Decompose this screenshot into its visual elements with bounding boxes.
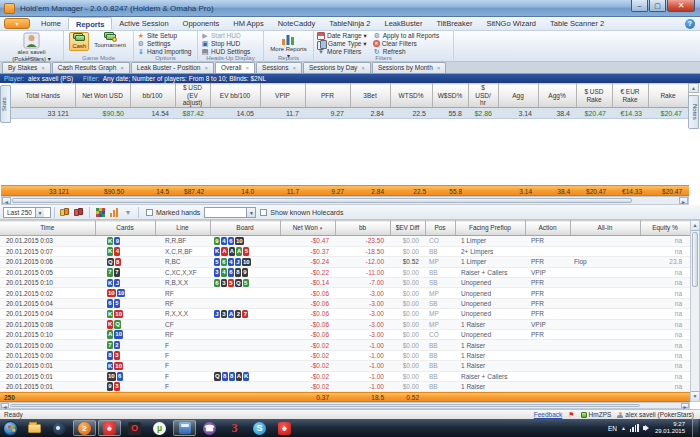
report-tab-cash-results-graph[interactable]: Cash Results Graph×: [52, 62, 130, 73]
scroll-left-icon[interactable]: ◄: [1, 403, 9, 408]
tab-close-icon[interactable]: ×: [204, 63, 208, 73]
hands-col-action[interactable]: Action: [525, 221, 570, 236]
maximize-button[interactable]: ▢: [649, 0, 666, 12]
tray-expand-icon[interactable]: ▲: [621, 425, 626, 431]
pokerstars-icon[interactable]: ♠: [98, 420, 121, 436]
stats-col-usd-hr[interactable]: $ USD/ hr: [468, 84, 498, 108]
stats-col-net-won-usd[interactable]: Net Won USD: [75, 84, 130, 108]
taskbar-clock[interactable]: 9:27 29.01.2015: [655, 421, 685, 435]
feedback-link[interactable]: Feedback: [534, 411, 563, 418]
stop-hud-button[interactable]: ▣Stop HUD: [201, 40, 250, 48]
scroll-down-icon[interactable]: ▼: [691, 391, 699, 401]
marked-hands-select[interactable]: ▼: [204, 207, 256, 218]
network-icon[interactable]: [630, 424, 639, 432]
game-type-button[interactable]: Game Type ▾: [317, 40, 367, 48]
hands-col-cards[interactable]: Cards: [95, 221, 155, 236]
ribbon-tab-tableninja-2[interactable]: TableNinja 2: [322, 17, 377, 30]
hands-col-all-in[interactable]: All-In: [570, 221, 640, 236]
hand-row[interactable]: 20.01.2015 0:0072F-$0.02-1.00$0.00BB1 Ra…: [0, 340, 690, 350]
hand-import-icon[interactable]: [173, 420, 196, 436]
flag-icon[interactable]: ⚑: [568, 411, 574, 419]
tournament-button[interactable]: Tournament: [92, 32, 128, 49]
hands-col-line[interactable]: Line: [155, 221, 210, 236]
scroll-right-icon[interactable]: ►: [679, 197, 688, 204]
report-tab-overall[interactable]: Overall×: [215, 62, 255, 73]
hands-horizontal-scrollbar[interactable]: ◄ ►: [0, 402, 690, 409]
apply-all-reports-button[interactable]: ⚙Apply to all Reports: [373, 32, 439, 40]
hand-row[interactable]: 20.01.2015 0:08KQCF-$0.06-3.00$0.00MP1 R…: [0, 319, 690, 329]
funnel-icon[interactable]: ▼: [122, 207, 134, 218]
scroll-left-icon[interactable]: ◄: [2, 197, 11, 204]
hands-col-bb[interactable]: bb: [335, 221, 390, 236]
settings-button[interactable]: ⚙Settings: [137, 40, 191, 48]
notes-side-tab[interactable]: Notes: [688, 95, 699, 129]
title-bar[interactable]: Hold'em Manager - 2.0.0.8247 (Holdem & O…: [0, 0, 700, 17]
hand-row[interactable]: 20.01.2015 0:04K10R,X,X,XJ3A27-$0.06-3.0…: [0, 309, 690, 319]
hand-row[interactable]: 20.01.2015 0:0193F-$0.02-1.00$0.00BB1 Ra…: [0, 381, 690, 391]
report-tab-by-stakes[interactable]: By Stakes×: [2, 62, 51, 73]
stats-col-pfr[interactable]: PFR: [305, 84, 350, 108]
ribbon-tab-reports[interactable]: Reports: [68, 17, 112, 30]
hands-col-pos[interactable]: Pos: [425, 221, 455, 236]
hands-col-ev-diff[interactable]: $EV Diff: [390, 221, 425, 236]
hand-row[interactable]: 20.01.2015 0:0577C,XC,X,XF34689-$0.22-11…: [0, 267, 690, 277]
marked-hands-checkbox[interactable]: [146, 209, 153, 216]
clear-filters-button[interactable]: ✕Clear Filters: [373, 40, 439, 48]
steam-icon[interactable]: [48, 420, 71, 436]
cash-button[interactable]: Cash: [69, 32, 89, 51]
hands-vertical-scrollbar[interactable]: ▲ ▼: [690, 220, 700, 402]
report-tab-sessions-by-month[interactable]: Sessions by Month×: [372, 62, 446, 73]
holecards-red-icon[interactable]: [73, 207, 85, 218]
show-holecards-checkbox[interactable]: [260, 209, 267, 216]
date-range-button[interactable]: Date Range ▾: [317, 32, 367, 40]
scroll-thumb[interactable]: [10, 404, 640, 407]
hand-row[interactable]: 20.01.2015 0:03K9R,R,BF94610-$0.47-23.50…: [0, 236, 690, 246]
tab-close-icon[interactable]: ×: [246, 63, 250, 73]
stats-col-rake[interactable]: Rake: [648, 84, 688, 108]
volume-icon[interactable]: [643, 424, 651, 432]
hand-row[interactable]: 20.01.2015 0:021010RF-$0.06-3.00$0.00MPU…: [0, 288, 690, 298]
stats-horizontal-scrollbar[interactable]: ◄ ►: [1, 196, 689, 205]
help-icon[interactable]: ?: [685, 19, 695, 29]
account-status[interactable]: alex saveli (PokerStars): [617, 411, 694, 418]
scroll-up-icon[interactable]: ▲: [691, 221, 699, 231]
report-tab-sessions[interactable]: Sessions×: [256, 62, 302, 73]
stats-col-ev-bb-100[interactable]: EV bb/100: [210, 84, 260, 108]
report-tab-leak-buster-position[interactable]: Leak Buster - Position×: [131, 62, 214, 73]
hm2-icon[interactable]: 2: [73, 420, 96, 436]
stats-col-wtsd[interactable]: WTSD%: [390, 84, 432, 108]
stats-col-usd-ev-adjust[interactable]: $ USD (EV adjust): [175, 84, 210, 108]
ribbon-app-button[interactable]: ▾: [4, 18, 30, 29]
tab-close-icon[interactable]: ×: [437, 63, 441, 73]
close-button[interactable]: ✕: [667, 0, 695, 12]
hands-col-time[interactable]: Time: [0, 221, 95, 236]
hand-row[interactable]: 20.01.2015 0:10A10RF-$0.06-3.00$0.00COUn…: [0, 330, 690, 340]
hands-col-net-won[interactable]: Net Won▾: [280, 221, 335, 236]
pokerstars2-icon[interactable]: ♠: [273, 420, 296, 436]
mini-graph-icon[interactable]: [108, 207, 120, 218]
stats-col-agg[interactable]: Agg%: [538, 84, 576, 108]
stats-row[interactable]: 33 121$90.5014.54$87.4214.0511.79.272.84…: [11, 108, 688, 119]
hand-row[interactable]: 20.01.2015 0:07K4X,C,R,BFKAAA5-$0.37-18.…: [0, 246, 690, 256]
ribbon-tab-opponents[interactable]: Opponents: [176, 17, 227, 30]
holecards-yellow-icon[interactable]: [59, 207, 71, 218]
hmzps-status[interactable]: HmZPS: [581, 411, 612, 418]
hand-matrix-icon[interactable]: [94, 207, 106, 218]
hands-col-equity[interactable]: Equity %: [640, 221, 690, 236]
hand-row[interactable]: 20.01.2015 0:01106FQ88AK-$0.02-1.00$0.00…: [0, 371, 690, 381]
stats-col-total-hands[interactable]: Total Hands: [11, 84, 75, 108]
tab-close-icon[interactable]: ×: [292, 63, 296, 73]
tab-close-icon[interactable]: ×: [120, 63, 124, 73]
ribbon-tab-active-session[interactable]: Active Session: [112, 17, 175, 30]
ribbon-tab-sitngo-wizard[interactable]: SitNGo Wizard: [479, 17, 543, 30]
stats-scroll-up-button[interactable]: ▲: [688, 83, 699, 93]
hand-range-select[interactable]: Last 250 ▼: [3, 207, 51, 218]
utorrent-icon[interactable]: µ: [148, 420, 171, 436]
ribbon-tab-notecaddy[interactable]: NoteCaddy: [271, 17, 323, 30]
stats-col-3bet[interactable]: 3Bet: [350, 84, 390, 108]
start-hud-button[interactable]: ▶Start HUD: [201, 32, 250, 40]
hands-col-facing-preflop[interactable]: Facing Preflop: [455, 221, 525, 236]
show-desktop-button[interactable]: [692, 419, 698, 437]
report-tab-sessions-by-day[interactable]: Sessions by Day×: [303, 62, 371, 73]
hand-row[interactable]: 20.01.2015 0:06Q8R,BC564J10-$0.24-12.00$…: [0, 257, 690, 267]
